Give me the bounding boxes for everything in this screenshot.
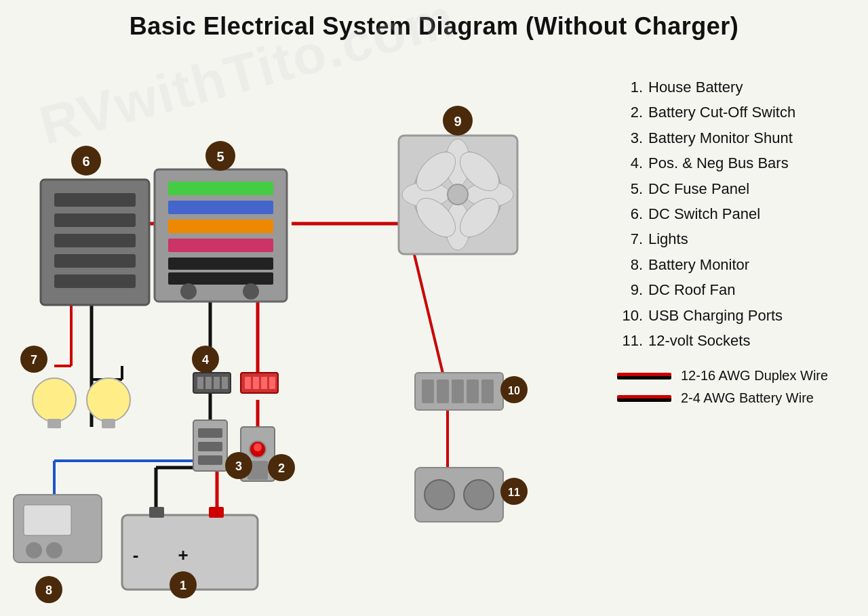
legend-num: 8.	[617, 252, 643, 277]
svg-rect-103	[452, 379, 464, 403]
svg-rect-101	[422, 379, 434, 403]
svg-text:+: +	[178, 545, 188, 565]
svg-point-110	[464, 480, 494, 510]
svg-text:8: 8	[45, 583, 52, 597]
svg-rect-68	[54, 193, 136, 207]
wiring-diagram: + - 1 2 3	[0, 61, 604, 603]
battery-wire-label: 2-4 AWG Battery Wire	[681, 390, 814, 406]
wire-entry-battery: 2-4 AWG Battery Wire	[617, 390, 861, 406]
legend-item-6: 6.DC Switch Panel	[617, 201, 861, 226]
legend-num: 11.	[617, 328, 643, 353]
svg-rect-45	[197, 377, 203, 389]
legend-label: House Battery	[648, 75, 743, 100]
svg-text:11: 11	[508, 487, 520, 498]
svg-rect-46	[205, 377, 212, 389]
legend-label: DC Switch Panel	[648, 201, 760, 226]
legend-item-11: 11.12-volt Sockets	[617, 328, 861, 353]
svg-rect-60	[168, 239, 273, 252]
legend-label: DC Roof Fan	[648, 277, 735, 302]
svg-rect-48	[222, 377, 228, 389]
svg-point-97	[448, 184, 468, 205]
svg-point-77	[87, 378, 130, 422]
legend-label: Battery Monitor Shunt	[648, 125, 793, 150]
svg-text:6: 6	[82, 154, 90, 169]
svg-rect-52	[261, 377, 267, 389]
svg-rect-71	[54, 254, 136, 268]
page-title: Basic Electrical System Diagram (Without…	[0, 0, 868, 47]
svg-point-84	[46, 542, 62, 558]
wire-legend: 12-16 AWG Duplex Wire 2-4 AWG Battery Wi…	[617, 368, 861, 406]
legend-item-7: 7.Lights	[617, 226, 861, 251]
legend-label: Lights	[648, 226, 688, 251]
legend-label: Battery Cut-Off Switch	[648, 100, 795, 125]
svg-rect-70	[54, 234, 136, 247]
svg-rect-58	[168, 201, 273, 214]
svg-text:10: 10	[508, 385, 520, 396]
svg-point-75	[33, 378, 76, 422]
svg-rect-105	[481, 379, 494, 403]
legend-num: 5.	[617, 176, 643, 201]
duplex-wire-label: 12-16 AWG Duplex Wire	[681, 368, 828, 384]
diagram-area: + - 1 2 3	[0, 61, 604, 603]
svg-point-109	[425, 480, 454, 510]
svg-text:1: 1	[180, 579, 186, 592]
svg-point-83	[26, 542, 42, 558]
svg-rect-51	[253, 377, 259, 389]
wire-entry-duplex: 12-16 AWG Duplex Wire	[617, 368, 861, 384]
legend-list: 1.House Battery2.Battery Cut-Off Switch3…	[617, 75, 861, 353]
legend-item-5: 5.DC Fuse Panel	[617, 176, 861, 201]
legend-item-4: 4.Pos. & Neg Bus Bars	[617, 150, 861, 176]
svg-rect-61	[168, 258, 273, 270]
svg-rect-47	[214, 377, 220, 389]
svg-rect-28	[149, 507, 164, 518]
svg-rect-69	[54, 213, 136, 227]
legend-item-2: 2.Battery Cut-Off Switch	[617, 100, 861, 125]
legend-num: 2.	[617, 100, 643, 125]
svg-text:2: 2	[278, 461, 285, 475]
svg-text:-: -	[133, 545, 139, 565]
svg-rect-40	[198, 442, 222, 451]
legend-num: 10.	[617, 303, 643, 328]
legend-num: 4.	[617, 150, 643, 176]
legend-num: 6.	[617, 201, 643, 226]
legend-label: 12-volt Sockets	[648, 328, 750, 353]
legend-label: USB Charging Ports	[648, 303, 783, 328]
legend-item-8: 8.Battery Monitor	[617, 252, 861, 277]
svg-rect-102	[437, 379, 449, 403]
battery-wire-line	[617, 395, 671, 402]
svg-text:4: 4	[202, 353, 209, 367]
legend-item-3: 3.Battery Monitor Shunt	[617, 125, 861, 150]
svg-point-63	[180, 283, 197, 300]
svg-rect-62	[168, 272, 273, 285]
legend-num: 7.	[617, 226, 643, 251]
svg-rect-82	[24, 505, 71, 535]
legend-num: 3.	[617, 125, 643, 150]
svg-rect-41	[198, 455, 222, 465]
svg-rect-39	[198, 428, 222, 438]
svg-text:3: 3	[235, 459, 242, 473]
svg-rect-53	[269, 377, 275, 389]
legend-num: 9.	[617, 277, 643, 302]
legend-num: 1.	[617, 75, 643, 100]
svg-point-35	[254, 443, 262, 451]
svg-text:9: 9	[454, 114, 461, 129]
svg-rect-78	[102, 419, 115, 428]
svg-point-64	[243, 283, 259, 300]
svg-rect-59	[168, 220, 273, 233]
legend-item-9: 9.DC Roof Fan	[617, 277, 861, 302]
duplex-wire-line	[617, 373, 671, 379]
legend-area: 1.House Battery2.Battery Cut-Off Switch3…	[617, 75, 861, 413]
legend-label: Battery Monitor	[648, 252, 749, 277]
legend-label: Pos. & Neg Bus Bars	[648, 150, 789, 176]
svg-rect-29	[209, 507, 224, 518]
svg-rect-72	[54, 274, 136, 288]
legend-item-1: 1.House Battery	[617, 75, 861, 100]
svg-rect-104	[467, 379, 479, 403]
svg-rect-76	[47, 419, 61, 428]
svg-rect-50	[245, 377, 251, 389]
legend-label: DC Fuse Panel	[648, 176, 749, 201]
svg-text:5: 5	[216, 149, 224, 164]
page-container: RVwithTito.com Basic Electrical System D…	[0, 0, 868, 616]
svg-rect-57	[168, 182, 273, 195]
legend-item-10: 10.USB Charging Ports	[617, 303, 861, 328]
